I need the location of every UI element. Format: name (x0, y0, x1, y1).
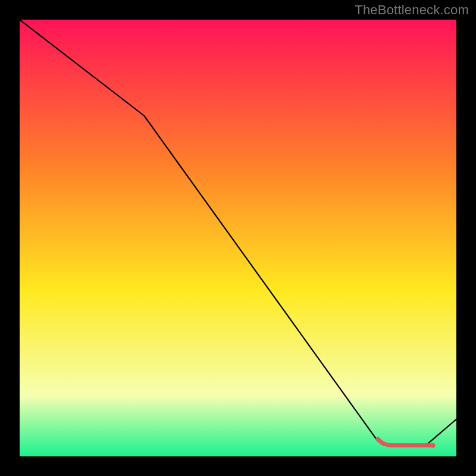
marker-dash (383, 444, 386, 444)
chart-frame: TheBottleneck.com (0, 0, 476, 476)
plot-area (20, 20, 456, 456)
marker-dot (430, 443, 435, 447)
chart-svg (20, 20, 456, 456)
watermark-text: TheBottleneck.com (355, 2, 469, 18)
gradient-background (20, 20, 456, 456)
